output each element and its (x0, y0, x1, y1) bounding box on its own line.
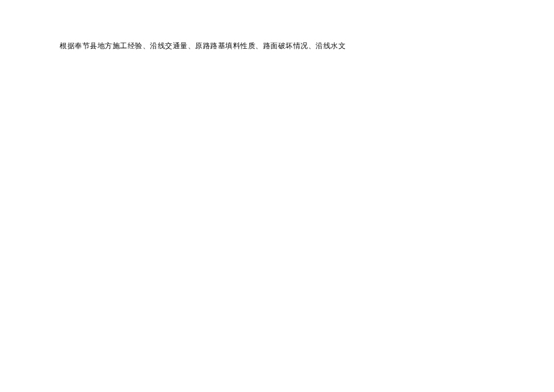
body-paragraph: 根据奉节县地方施工经验、沿线交通量、原路路基填料性质、路面破坏情况、沿线水文 (60, 41, 346, 51)
document-page: 根据奉节县地方施工经验、沿线交通量、原路路基填料性质、路面破坏情况、沿线水文 (0, 0, 554, 392)
